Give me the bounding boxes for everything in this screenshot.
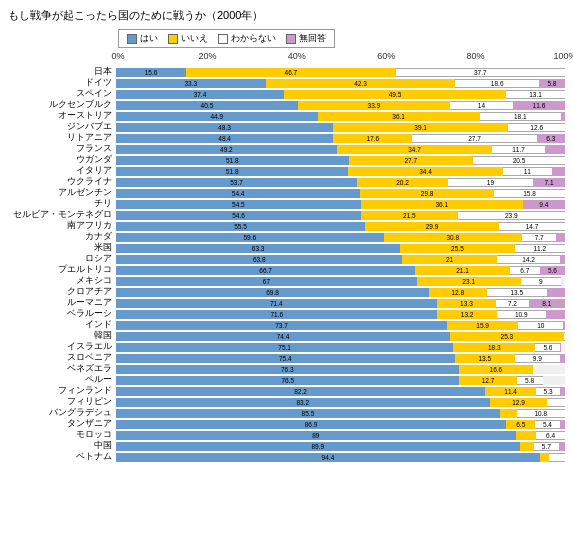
bar-segment-hai: 48.3: [116, 123, 333, 132]
bar-track: 76.316.6: [116, 365, 565, 374]
bar-row: メキシコ6723.19: [8, 276, 565, 286]
bar-segment-hai: 71.6: [116, 310, 437, 319]
bar-segment-hai: 74.4: [116, 332, 450, 341]
legend-iie-label: いいえ: [181, 32, 208, 45]
bar-row: ベトナム94.4: [8, 452, 565, 462]
bar-track: 63.82114.2: [116, 255, 565, 264]
bar-segment-hai: 83.2: [116, 398, 490, 407]
bar-segment-waka: [549, 453, 565, 462]
bar-segment-hai: 63.8: [116, 255, 402, 264]
bar-segment-iie: 16.6: [459, 365, 534, 374]
bar-track: 33.342.318.65.8: [116, 79, 565, 88]
bar-track: 75.118.35.6: [116, 343, 565, 352]
bar-segment-iie: [520, 442, 534, 451]
bar-segment-hai: 89.9: [116, 442, 520, 451]
bar-row: カナダ59.630.87.7: [8, 232, 565, 242]
bar-segment-iie: 13.5: [455, 354, 516, 363]
bar-segment-iie: 13.3: [437, 299, 497, 308]
bar-segment-iie: 12.7: [459, 376, 516, 385]
bar-row: フィンランド82.211.45.3: [8, 386, 565, 396]
bar-segment-hai: 15.6: [116, 68, 186, 77]
bar-segment-iie: 6.5: [506, 420, 535, 429]
bar-segment-waka: 9: [521, 277, 561, 286]
bar-segment-waka: 12.6: [508, 123, 565, 132]
bar-segment-waka: 14.2: [497, 255, 561, 264]
bar-segment-iie: 46.7: [186, 68, 396, 77]
bar-segment-iie: 29.9: [365, 222, 499, 231]
bar-row: スロベニア75.413.59.9: [8, 353, 565, 363]
bar-track: 69.812.813.5: [116, 288, 565, 297]
bar-row: ベラルーシ71.613.210.9: [8, 309, 565, 319]
bar-segment-iie: 21.1: [415, 266, 510, 275]
bar-segment-muka: [552, 167, 565, 176]
legend-waka-box: [218, 34, 228, 44]
bar-row: チリ54.536.19.4: [8, 199, 565, 209]
bar-segment-waka: 7.7: [522, 233, 557, 242]
legend-waka-label: わからない: [231, 32, 276, 45]
bar-track: 82.211.45.3: [116, 387, 565, 396]
bar-segment-muka: 6.3: [537, 134, 565, 143]
bar-segment-iie: 21.5: [361, 211, 458, 220]
bar-segment-iie: [500, 409, 517, 418]
bar-track: 44.936.118.1: [116, 112, 565, 121]
bar-segment-muka: [545, 145, 565, 154]
bar-track: 83.212.9: [116, 398, 565, 407]
bar-row: ウガンダ51.827.720.5: [8, 155, 565, 165]
bar-track: 86.96.55.4: [116, 420, 565, 429]
bar-segment-waka: 10: [518, 321, 563, 330]
bar-row: ルーマニア71.413.37.28.1: [8, 298, 565, 308]
bar-segment-muka: [561, 112, 565, 121]
bar-row: フランス49.234.711.7: [8, 144, 565, 154]
bar-segment-iie: 21: [402, 255, 496, 264]
bar-track: 49.234.711.7: [116, 145, 565, 154]
bar-track: 66.721.16.75.6: [116, 266, 565, 275]
bar-segment-waka: 5.8: [517, 376, 543, 385]
bar-segment-iie: 39.1: [333, 123, 509, 132]
bar-segment-waka: 7.2: [496, 299, 528, 308]
bar-segment-waka: 27.7: [412, 134, 536, 143]
axis-tick: 40%: [288, 51, 306, 61]
bar-segment-iie: [540, 453, 549, 462]
bar-track: 37.449.513.1: [116, 90, 565, 99]
bar-segment-hai: 75.4: [116, 354, 455, 363]
bar-segment-waka: 13.1: [506, 90, 565, 99]
bar-track: 6723.19: [116, 277, 565, 286]
bar-track: 54.429.815.8: [116, 189, 565, 198]
bar-segment-waka: 14: [450, 101, 513, 110]
bar-track: 51.834.411: [116, 167, 565, 176]
bar-segment-hai: 63.3: [116, 244, 400, 253]
bar-row: リトアニア48.417.627.76.3: [8, 133, 565, 143]
bar-row: プエルトリコ66.721.16.75.6: [8, 265, 565, 275]
bar-track: 71.613.210.9: [116, 310, 565, 319]
bar-segment-waka: 6.4: [536, 431, 565, 440]
axis-tick: 80%: [467, 51, 485, 61]
row-label: ベトナム: [8, 451, 116, 463]
legend-hai: はい: [127, 32, 158, 45]
bar-track: 48.417.627.76.3: [116, 134, 565, 143]
bar-segment-hai: 49.2: [116, 145, 337, 154]
bar-segment-waka: 10.9: [497, 310, 546, 319]
bar-row: 中国89.95.7: [8, 441, 565, 451]
bar-segment-waka: 5.3: [536, 387, 560, 396]
legend-waka: わからない: [218, 32, 276, 45]
bar-row: 南アフリカ55.529.914.7: [8, 221, 565, 231]
bar-segment-hai: 67: [116, 277, 417, 286]
bar-segment-iie: 18.3: [453, 343, 535, 352]
bar-row: モロッコ896.4: [8, 430, 565, 440]
bar-segment-waka: 13.5: [487, 288, 548, 297]
bar-row: 米国63.325.511.2: [8, 243, 565, 253]
bar-segment-muka: [546, 310, 565, 319]
bar-row: スペイン37.449.513.1: [8, 89, 565, 99]
bar-segment-iie: 25.5: [400, 244, 514, 253]
bar-segment-muka: [560, 420, 565, 429]
bar-row: ペルー76.512.75.8: [8, 375, 565, 385]
bar-row: イスラエル75.118.35.6: [8, 342, 565, 352]
bar-segment-hai: 85.5: [116, 409, 500, 418]
legend: はい いいえ わからない 無回答: [118, 29, 565, 48]
bar-segment-waka: [564, 332, 565, 341]
bar-row: インド73.715.910: [8, 320, 565, 330]
bar-row: イタリア51.834.411: [8, 166, 565, 176]
bar-segment-hai: 76.5: [116, 376, 459, 385]
bar-segment-hai: 54.4: [116, 189, 360, 198]
bar-segment-iie: 12.8: [429, 288, 486, 297]
